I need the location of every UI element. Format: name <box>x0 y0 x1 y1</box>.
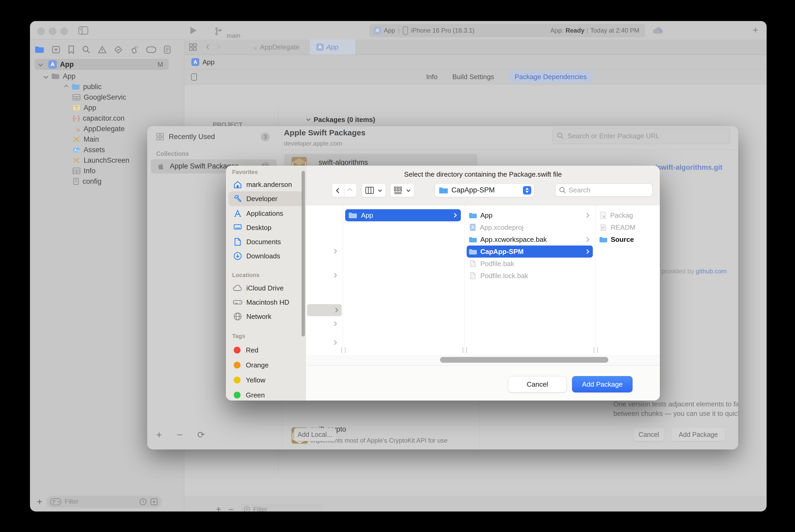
dialog-add-package-button[interactable]: Add Package <box>572 376 632 393</box>
dialog-search-input[interactable] <box>555 184 652 196</box>
close-button[interactable] <box>37 27 45 35</box>
view-mode-button[interactable] <box>362 184 386 197</box>
filter-input[interactable] <box>64 498 118 506</box>
group-button[interactable] <box>390 184 414 197</box>
test-navigator-icon[interactable] <box>114 45 122 54</box>
column1-selected-row[interactable] <box>307 304 342 316</box>
tree-row-launchscreen[interactable]: LaunchScreen <box>73 155 129 166</box>
tab-appdelegate[interactable]: AppDelegate <box>250 39 299 55</box>
tag-red[interactable]: Red <box>228 343 304 357</box>
remove-collection-icon[interactable]: − <box>177 429 183 440</box>
file-row-app[interactable]: App <box>467 209 593 221</box>
horizontal-scrollbar-thumb[interactable] <box>440 357 608 363</box>
tree-row-config[interactable]: config <box>73 176 101 187</box>
navigator-filter-field[interactable] <box>46 496 162 508</box>
related-items-icon[interactable] <box>191 73 197 81</box>
sidebar-item-icloud[interactable]: iCloud Drive <box>228 281 304 295</box>
dialog-cancel-button[interactable]: Cancel <box>508 376 567 393</box>
sidebar-item-home[interactable]: mark.anderson <box>228 178 304 191</box>
packages-filter-field[interactable] <box>241 504 323 512</box>
add-local-button[interactable]: Add Local... <box>294 428 336 441</box>
back-button[interactable] <box>332 184 344 197</box>
scheme-branch[interactable]: main <box>227 32 240 39</box>
file-row-capapp-spm-selected[interactable]: CapApp-SPM <box>467 246 593 258</box>
sidebar-item-desktop[interactable]: Desktop <box>228 221 304 234</box>
tree-row-googleservice[interactable]: GoogleServic <box>73 92 126 102</box>
file-row-xcworkspace[interactable]: App.xcworkspace.bak <box>467 233 593 246</box>
status-prefix: App: <box>550 27 563 34</box>
tab-build-settings[interactable]: Build Settings <box>452 73 494 81</box>
add-file-plus-icon[interactable]: + <box>37 496 42 507</box>
github-link[interactable]: github.com <box>696 268 727 275</box>
sidebar-item-documents[interactable]: Documents <box>228 235 304 249</box>
source-control-navigator-icon[interactable] <box>52 46 60 54</box>
back-icon[interactable]: ‹ <box>206 40 210 53</box>
file-row-xcodeproj[interactable]: App.xcodeproj <box>467 221 593 233</box>
file-row-app-selected[interactable]: App <box>345 209 461 221</box>
tree-row-capacitor-config[interactable]: {··} capacitor.con <box>73 113 125 124</box>
tag-orange[interactable]: Orange <box>228 358 304 372</box>
add-package-plus-icon[interactable]: + <box>216 504 221 512</box>
sheet-cancel-button[interactable]: Cancel <box>633 428 664 441</box>
tree-row-info[interactable]: Info <box>73 166 95 176</box>
remove-package-minus-icon[interactable]: − <box>228 504 234 512</box>
add-editor-plus-icon[interactable]: + <box>752 24 758 36</box>
tag-green[interactable]: Green <box>228 388 304 401</box>
tab-app[interactable]: A App <box>309 39 356 55</box>
file-row-package-swift[interactable]: Packag <box>598 209 660 221</box>
refresh-collections-icon[interactable]: ⟳ <box>197 430 205 440</box>
zoom-button[interactable] <box>60 27 68 35</box>
packages-filter-input[interactable] <box>253 506 306 512</box>
forward-button[interactable] <box>344 184 357 197</box>
file-row-sources[interactable]: Source <box>598 233 660 246</box>
tab-info[interactable]: Info <box>426 73 437 81</box>
group-by-icon <box>394 186 402 194</box>
tab-overview-icon[interactable] <box>189 43 197 51</box>
jump-bar[interactable]: A App <box>191 55 214 69</box>
popup-stepper[interactable] <box>523 186 531 194</box>
file-row-podfile-bak[interactable]: Podfile.bak <box>467 258 593 270</box>
report-navigator-icon[interactable] <box>164 45 171 54</box>
column-resize-handle[interactable] <box>594 347 598 353</box>
bookmark-navigator-icon[interactable] <box>68 45 75 54</box>
sheet-search-field[interactable] <box>552 128 730 144</box>
sidebar-item-macintosh-hd[interactable]: Macintosh HD <box>228 296 304 309</box>
find-navigator-icon[interactable] <box>82 45 91 54</box>
run-button[interactable] <box>190 27 197 34</box>
tree-row-app-group[interactable]: App <box>44 71 75 81</box>
toggle-sidebar-icon[interactable] <box>78 26 88 35</box>
tag-yellow[interactable]: Yellow <box>228 373 304 387</box>
project-row[interactable]: A App M <box>35 59 169 70</box>
tab-package-dependencies[interactable]: Package Dependencies <box>509 71 592 83</box>
breakpoint-navigator-icon[interactable] <box>146 46 156 53</box>
dialog-search-field[interactable] <box>555 184 652 196</box>
add-collection-icon[interactable]: + <box>156 429 162 440</box>
tree-row-public[interactable]: public <box>65 81 102 92</box>
sidebar-item-downloads[interactable]: Downloads <box>228 249 304 263</box>
tree-row-appdelegate[interactable]: AppDelegate <box>73 124 125 134</box>
file-row-readme[interactable]: READM <box>598 221 660 233</box>
tree-label: Main <box>83 135 99 144</box>
sheet-add-package-button[interactable]: Add Package <box>671 428 725 441</box>
file-row-podfile-lock-bak[interactable]: Podfile.lock.bak <box>467 270 593 282</box>
package-url-input[interactable] <box>552 128 730 144</box>
project-navigator-icon[interactable] <box>35 46 44 54</box>
column-resize-handle[interactable] <box>463 347 467 353</box>
sidebar-item-developer[interactable]: Developer <box>228 191 304 206</box>
minimize-button[interactable] <box>49 27 56 35</box>
packages-section-header[interactable]: Packages (0 items) <box>307 115 375 124</box>
repo-link[interactable]: /swift-algorithms.git <box>655 164 723 172</box>
path-popup[interactable]: CapApp-SPM <box>435 184 534 197</box>
forward-icon[interactable]: › <box>216 40 220 53</box>
column-resize-handle[interactable] <box>341 347 345 353</box>
tree-row-main[interactable]: Main <box>73 134 99 145</box>
debug-navigator-icon[interactable] <box>130 45 139 54</box>
sidebar-scrollbar[interactable] <box>302 171 305 337</box>
tree-row-app-entitlements[interactable]: App <box>73 102 96 113</box>
activity-view[interactable]: App ⟩ iPhone 16 Pro (18.3.1) App: Ready … <box>369 24 645 37</box>
sidebar-item-network[interactable]: Network <box>228 310 304 323</box>
tree-row-assets[interactable]: Assets <box>73 145 105 155</box>
recently-used-item[interactable]: Recently Used <box>156 130 215 144</box>
sidebar-item-applications[interactable]: Applications <box>228 207 304 220</box>
issue-navigator-icon[interactable] <box>98 46 107 54</box>
